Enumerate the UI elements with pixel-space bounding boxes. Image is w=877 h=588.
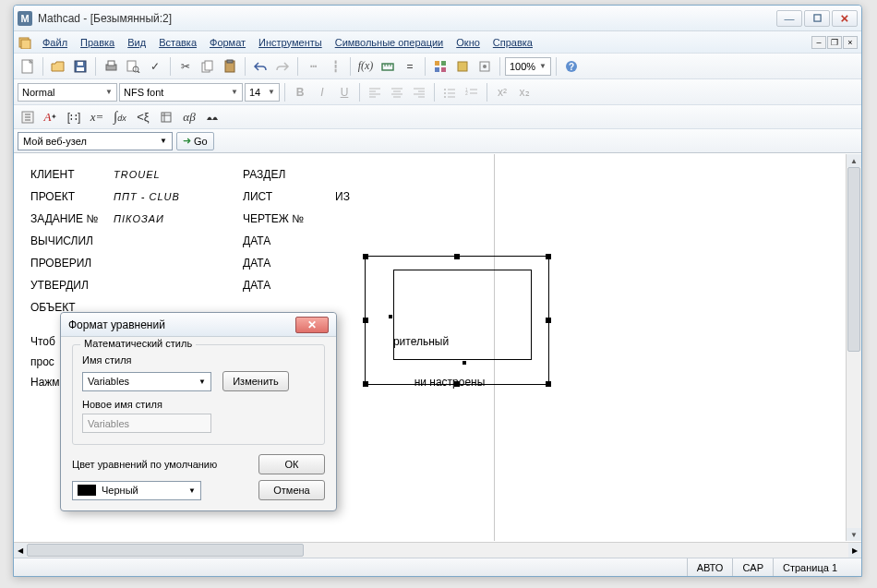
component-icon[interactable]	[430, 56, 451, 77]
prog-palette-icon[interactable]	[156, 107, 176, 127]
resize-handle[interactable]	[454, 381, 460, 387]
align-center-icon[interactable]	[387, 82, 407, 102]
spell-icon[interactable]: ✓	[145, 56, 165, 77]
resize-handle[interactable]	[363, 254, 368, 259]
resize-handle[interactable]	[546, 254, 551, 259]
fontsize-combo[interactable]: 14▼	[245, 83, 280, 102]
print-icon[interactable]	[101, 56, 121, 77]
resize-handle[interactable]	[363, 381, 368, 387]
align2-icon[interactable]: ┇	[325, 56, 345, 77]
scroll-right-button[interactable]: ▶	[848, 543, 861, 558]
bold-icon[interactable]: B	[290, 82, 310, 102]
menu-tools[interactable]: Инструменты	[252, 35, 329, 50]
svg-rect-5	[77, 67, 84, 71]
field-label: УТВЕРДИЛ	[30, 279, 114, 292]
sub-icon[interactable]: x₂	[514, 82, 535, 102]
symbolic-palette-icon[interactable]	[202, 107, 222, 127]
scroll-thumb[interactable]	[847, 167, 860, 352]
save-icon[interactable]	[70, 56, 90, 77]
zoom-combo[interactable]: 100%▼	[505, 57, 551, 76]
field-label: ПРОВЕРИЛ	[30, 257, 114, 270]
menubar: Файл Правка Вид Вставка Формат Инструмен…	[14, 31, 861, 54]
minimize-button[interactable]: —	[776, 10, 802, 27]
horizontal-scrollbar[interactable]: ◀ ▶	[14, 542, 861, 558]
eval-palette-icon[interactable]: x=	[87, 107, 107, 127]
fx-icon[interactable]: f(x)	[355, 56, 376, 77]
align-right-icon[interactable]	[409, 82, 429, 102]
mdi-restore[interactable]: ❐	[827, 36, 842, 49]
menu-view[interactable]: Вид	[121, 35, 152, 50]
mdi-close[interactable]: ×	[843, 36, 858, 49]
calc-palette-icon[interactable]	[18, 107, 38, 127]
change-button[interactable]: Изменить	[222, 371, 289, 391]
resize-handle[interactable]	[454, 254, 460, 259]
font-combo[interactable]: NFS font▼	[119, 83, 243, 102]
menu-help[interactable]: Справка	[487, 35, 539, 50]
help-icon[interactable]: ?	[561, 56, 582, 77]
svg-text:2: 2	[465, 90, 468, 96]
matrix-palette-icon[interactable]: [∷]	[64, 107, 84, 127]
dialog-close-button[interactable]: ✕	[295, 317, 329, 333]
underline-icon[interactable]: U	[334, 82, 354, 102]
scroll-down-button[interactable]: ▼	[847, 528, 861, 541]
open-icon[interactable]	[48, 56, 68, 77]
greek-palette-icon[interactable]: αβ	[179, 107, 199, 127]
mdi-minimize[interactable]: –	[811, 36, 826, 49]
unit-icon[interactable]	[378, 56, 398, 77]
style-combo[interactable]: Variables▼	[82, 372, 211, 391]
new-style-input[interactable]	[82, 414, 211, 433]
plot-placeholder[interactable]	[393, 270, 532, 360]
scroll-thumb[interactable]	[27, 544, 304, 557]
menu-symbolic[interactable]: Символьные операции	[329, 35, 451, 50]
statusbar: АВТО CAP Страница 1	[14, 558, 861, 576]
menu-file[interactable]: Файл	[36, 35, 74, 50]
component3-icon[interactable]	[475, 56, 495, 77]
calc2-palette-icon[interactable]: ∫dx	[110, 107, 130, 127]
maximize-button[interactable]	[804, 10, 830, 27]
style-combo[interactable]: Normal▼	[18, 83, 117, 102]
menu-edit[interactable]: Правка	[74, 35, 121, 50]
scroll-left-button[interactable]: ◀	[14, 543, 27, 558]
mdi-icon[interactable]	[18, 35, 32, 50]
sup-icon[interactable]: x²	[492, 82, 512, 102]
align-icon[interactable]: ┅	[303, 56, 323, 77]
new-icon[interactable]	[18, 56, 38, 77]
ok-button[interactable]: ОК	[258, 454, 325, 474]
copy-icon[interactable]	[198, 56, 218, 77]
svg-rect-15	[227, 60, 233, 63]
web-toolbar: Мой веб-узел▼ ➜Go	[14, 129, 861, 153]
svg-rect-8	[108, 61, 114, 66]
italic-icon[interactable]: I	[312, 82, 332, 102]
resize-handle[interactable]	[546, 381, 551, 387]
status-auto: АВТО	[687, 558, 733, 576]
resize-handle[interactable]	[546, 318, 551, 323]
selected-region[interactable]	[365, 256, 549, 385]
bullets-icon[interactable]	[439, 82, 460, 102]
format-toolbar: Normal▼ NFS font▼ 14▼ B I U 12 x² x₂	[14, 79, 861, 105]
calc-icon[interactable]: =	[400, 56, 420, 77]
dialog-titlebar[interactable]: Формат уравнений ✕	[61, 313, 336, 337]
numbering-icon[interactable]: 12	[462, 82, 482, 102]
menu-insert[interactable]: Вставка	[152, 35, 203, 50]
component2-icon[interactable]	[452, 56, 473, 77]
go-button[interactable]: ➜Go	[176, 132, 214, 150]
vertical-scrollbar[interactable]: ▲ ▼	[846, 154, 861, 541]
resize-handle[interactable]	[363, 318, 368, 323]
field-value: TROUEL	[114, 169, 234, 180]
align-left-icon[interactable]	[365, 82, 385, 102]
paste-icon[interactable]	[220, 56, 240, 77]
bool-palette-icon[interactable]: <ξ	[133, 107, 153, 127]
web-address-combo[interactable]: Мой веб-узел▼	[18, 132, 173, 150]
cut-icon[interactable]: ✂	[175, 56, 196, 77]
close-button[interactable]: ×	[832, 10, 858, 27]
graph-palette-icon[interactable]: A✦	[41, 107, 61, 127]
cancel-button[interactable]: Отмена	[258, 480, 325, 500]
titlebar: M Mathcad - [Безымянный:2] — ×	[14, 6, 861, 31]
print-preview-icon[interactable]	[123, 56, 143, 77]
menu-window[interactable]: Окно	[450, 35, 487, 50]
color-combo[interactable]: Черный▼	[72, 481, 201, 500]
redo-icon[interactable]	[272, 56, 293, 77]
undo-icon[interactable]	[250, 56, 270, 77]
menu-format[interactable]: Формат	[203, 35, 252, 50]
scroll-up-button[interactable]: ▲	[847, 154, 861, 167]
